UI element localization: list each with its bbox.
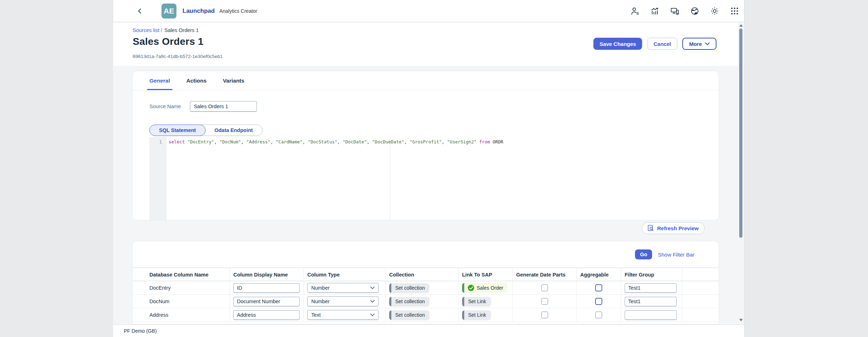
apps-grid-icon[interactable] (730, 6, 739, 16)
chevron-left-icon (136, 7, 143, 15)
page-actions: Save Changes Cancel More (593, 38, 716, 50)
app-window: AE Launchpad Analytics Creator (113, 0, 745, 337)
table-header-row: Database Column Name Column Display Name… (133, 268, 719, 281)
user-settings-icon[interactable] (630, 6, 640, 16)
page-title: Sales Orders 1 (133, 36, 203, 47)
sap-link-badge[interactable]: Sales Order (462, 283, 507, 293)
page-header-section: Sources list/Sales Orders 1 Sales Orders… (113, 22, 744, 66)
scroll-down-arrow-icon[interactable] (739, 319, 743, 321)
aggregable-checkbox[interactable] (595, 298, 602, 305)
page-uuid: 69613d1a-7a9c-41db-b572-1e30ef0c5eb1 (133, 54, 223, 59)
db-column-name: DocEntry (149, 285, 171, 291)
preview-icon (648, 225, 654, 232)
save-changes-button[interactable]: Save Changes (593, 38, 642, 50)
more-button-label: More (689, 41, 702, 47)
segment-odata-endpoint[interactable]: Odata Endpoint (205, 125, 262, 136)
editor-print-margin (390, 137, 390, 220)
breadcrumb-separator: / (159, 27, 164, 33)
breadcrumb-current: Sales Orders 1 (164, 27, 199, 33)
globe-icon[interactable] (690, 6, 699, 16)
col-header-generate-date-parts: Generate Date Parts (512, 268, 576, 281)
check-circle-icon (468, 285, 474, 291)
refresh-preview-label: Refresh Preview (657, 225, 699, 231)
set-link-button[interactable]: Set Link (462, 310, 491, 320)
tab-general[interactable]: General (149, 71, 170, 90)
show-filter-bar-link[interactable]: Show Filter Bar (658, 252, 694, 258)
set-link-button[interactable]: Set Link (462, 297, 491, 306)
column-type-value: Text (311, 312, 321, 318)
col-header-database-column-name: Database Column Name (133, 268, 229, 281)
analytics-icon[interactable] (650, 6, 660, 16)
filter-group-input[interactable] (625, 310, 677, 320)
table-row: DocEntryNumberSet collectionSales Order (133, 281, 719, 295)
chevron-down-icon (370, 286, 375, 289)
display-name-input[interactable] (233, 283, 300, 293)
column-type-select[interactable]: Number (307, 283, 379, 293)
chevron-down-icon (370, 314, 375, 316)
column-type-select[interactable]: Text (307, 310, 379, 320)
table-toolbar: Go Show Filter Bar (133, 241, 719, 268)
set-collection-button[interactable]: Set collection (389, 310, 429, 320)
generate-date-parts-checkbox (541, 284, 548, 291)
db-column-name: Address (149, 312, 168, 318)
table-row: AddressTextSet collectionSet Link (133, 308, 719, 322)
col-header-empty (682, 268, 719, 281)
statement-type-segmented: SQL Statement Odata Endpoint (149, 125, 263, 136)
table-body: DocEntryNumberSet collectionSales OrderD… (133, 281, 719, 322)
sap-link-label: Sales Order (477, 285, 503, 291)
go-button[interactable]: Go (635, 249, 652, 259)
breadcrumb: Sources list/Sales Orders 1 (133, 27, 199, 33)
source-name-row: Source Name (149, 101, 257, 112)
app-title: Launchpad (182, 7, 215, 15)
col-header-link-to-sap: Link To SAP (458, 268, 512, 281)
devices-icon[interactable] (670, 6, 679, 16)
footer-bar: PF Demo (GB) (113, 325, 744, 337)
source-name-input[interactable] (190, 101, 257, 112)
column-type-value: Number (311, 299, 330, 304)
top-bar: AE Launchpad Analytics Creator (113, 0, 744, 22)
generate-date-parts-checkbox (541, 298, 548, 305)
theme-icon[interactable] (710, 6, 719, 16)
vertical-scrollbar[interactable] (738, 22, 744, 324)
segment-sql-statement[interactable]: SQL Statement (149, 125, 206, 136)
tab-variants[interactable]: Variants (223, 71, 244, 90)
col-header-aggregable: Aggregable (576, 268, 621, 281)
col-header-filter-group: Filter Group (621, 268, 682, 281)
table-row: DocNumNumberSet collectionSet Link (133, 295, 719, 308)
breadcrumb-sources-link[interactable]: Sources list (133, 27, 159, 33)
sql-code-line: select "DocEntry", "DocNum", "Address", … (169, 138, 503, 145)
tab-strip: General Actions Variants (133, 71, 719, 90)
app-subtitle: Analytics Creator (219, 8, 258, 14)
set-collection-button[interactable]: Set collection (389, 297, 429, 306)
refresh-preview-button[interactable]: Refresh Preview (642, 222, 705, 234)
display-name-input[interactable] (233, 297, 300, 306)
filter-group-input[interactable] (625, 297, 677, 306)
aggregable-checkbox (595, 311, 602, 318)
app-logo: AE (162, 4, 176, 19)
footer-text: PF Demo (GB) (124, 328, 157, 334)
aggregable-checkbox[interactable] (595, 284, 602, 291)
filter-group-input[interactable] (625, 283, 677, 293)
scrollbar-thumb[interactable] (739, 28, 742, 238)
column-type-value: Number (311, 285, 330, 291)
chevron-down-icon (705, 42, 710, 46)
columns-table-card: Go Show Filter Bar Database Column Name … (133, 241, 719, 324)
tab-actions[interactable]: Actions (186, 71, 207, 90)
display-name-input[interactable] (233, 310, 300, 320)
col-header-collection: Collection (385, 268, 458, 281)
col-header-column-display-name: Column Display Name (229, 268, 303, 281)
sql-editor[interactable]: 1 select "DocEntry", "DocNum", "Address"… (149, 137, 706, 220)
db-column-name: DocNum (149, 299, 169, 304)
scroll-up-arrow-icon[interactable] (739, 24, 743, 27)
back-button[interactable] (134, 5, 146, 17)
source-name-label: Source Name (149, 104, 181, 109)
generate-date-parts-checkbox (541, 311, 548, 318)
set-collection-button[interactable]: Set collection (389, 283, 429, 293)
chevron-down-icon (370, 300, 375, 303)
col-header-column-type: Column Type (303, 268, 385, 281)
editor-gutter: 1 (149, 137, 166, 220)
source-detail-card: General Actions Variants Source Name SQL… (133, 71, 719, 220)
column-type-select[interactable]: Number (307, 296, 379, 306)
cancel-button[interactable]: Cancel (647, 38, 677, 50)
more-button[interactable]: More (682, 38, 716, 50)
